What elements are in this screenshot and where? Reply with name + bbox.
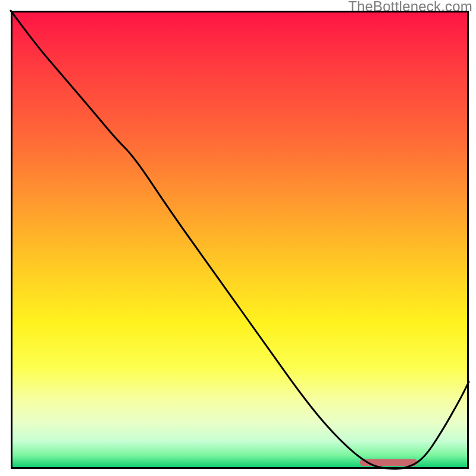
curve-layer xyxy=(11,11,469,469)
bottleneck-curve xyxy=(11,11,469,469)
plot-area xyxy=(11,11,469,469)
stage: TheBottleneck.com xyxy=(0,0,476,476)
